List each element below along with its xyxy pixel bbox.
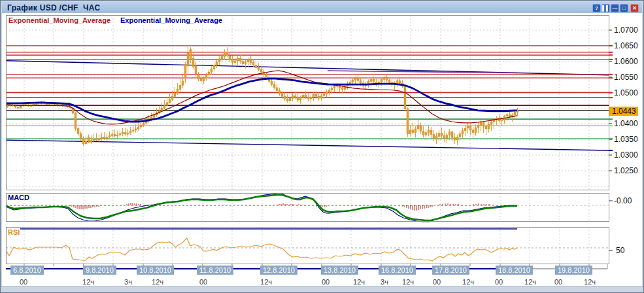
time-label: 00 <box>547 278 569 286</box>
rsi-label: RSI <box>8 228 20 236</box>
time-label: 00 <box>426 278 448 286</box>
time-label: 12ч <box>519 278 541 286</box>
time-label: 00 <box>314 278 337 286</box>
chart-area[interactable] <box>1 1 644 293</box>
price-axis-label: 1.0550 <box>614 73 638 82</box>
price-axis-label: 1.0700 <box>614 26 638 35</box>
price-axis-label: 1.0400 <box>614 119 638 128</box>
date-label: 18.8.2010 <box>496 266 533 275</box>
macd-value-label: -0.00 <box>614 196 632 205</box>
price-axis-label: 1.0500 <box>614 88 638 97</box>
rsi-panel-border <box>7 228 609 264</box>
main-panel-border <box>7 16 609 190</box>
price-axis-label: 1.0600 <box>614 57 638 66</box>
price-axis-label: 1.0350 <box>614 135 638 144</box>
legend-ema-1: Exponential_Moving_Average <box>120 16 222 24</box>
macd-histogram <box>69 203 489 211</box>
macd-label: MACD <box>8 194 29 201</box>
price-axis-label: 1.0300 <box>614 150 638 160</box>
time-label: 12ч <box>348 278 370 286</box>
date-label: 10.8.2010 <box>137 266 174 275</box>
date-label: 13.8.2010 <box>321 266 358 275</box>
time-label: 00 <box>12 278 35 286</box>
date-label: 9.8.2010 <box>83 266 116 275</box>
date-label: 16.8.2010 <box>379 266 416 275</box>
date-label: 17.8.2010 <box>432 266 469 275</box>
date-label: 19.8.2010 <box>555 266 592 275</box>
time-label: 3ч <box>117 278 139 286</box>
time-label: 12ч <box>397 278 419 286</box>
time-label: 00 <box>488 278 510 286</box>
time-label: 00 <box>192 278 214 286</box>
time-label: 12ч <box>579 278 601 286</box>
time-label: 12ч <box>255 278 277 286</box>
time-label: 12ч <box>146 278 169 286</box>
rsi-value-label: 50 <box>616 246 624 255</box>
time-label: 12ч <box>457 278 479 286</box>
date-label: 12.8.2010 <box>260 266 297 275</box>
date-label: 6.8.2010 <box>10 266 44 275</box>
time-label: 12ч <box>77 278 99 286</box>
time-label: 3ч <box>373 278 396 286</box>
window-bottom-frame <box>1 286 643 292</box>
price-axis-label: 1.0250 <box>614 166 638 175</box>
chart-window: График USD /CHF ЧАС ?▌▌—□✕ Exponential_M… <box>0 0 644 293</box>
price-axis-label: 1.0650 <box>614 41 638 50</box>
channel-lower-line <box>6 140 609 150</box>
channel-upper-line <box>6 61 609 75</box>
legend-ema-0: Exponential_Moving_Average <box>8 16 110 24</box>
date-label: 11.8.2010 <box>197 266 233 275</box>
current-price-label: 1.0443 <box>609 107 638 116</box>
